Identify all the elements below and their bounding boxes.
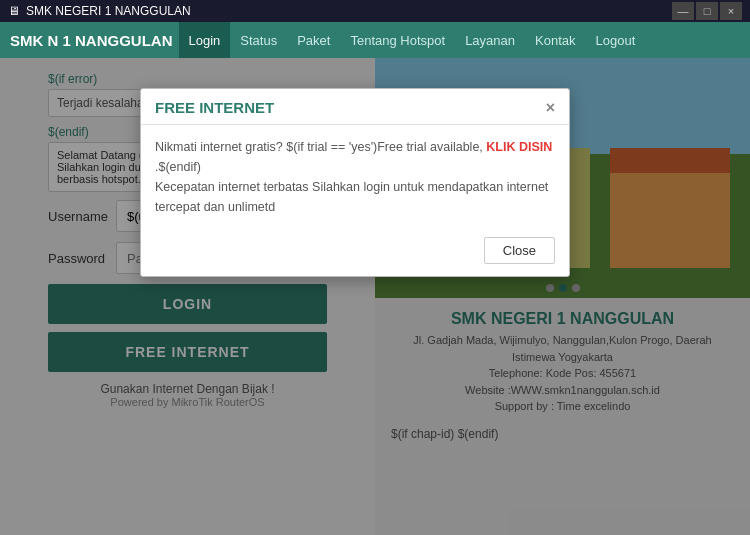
nav-layanan[interactable]: Layanan <box>455 22 525 58</box>
window-title-bar: 🖥 SMK NEGERI 1 NANGGULAN — □ × <box>0 0 750 22</box>
maximize-button[interactable]: □ <box>696 2 718 20</box>
modal-link[interactable]: KLIK DISIN <box>486 140 552 154</box>
nav-status[interactable]: Status <box>230 22 287 58</box>
modal-header: FREE INTERNET × <box>141 89 569 125</box>
modal-close-button[interactable]: Close <box>484 237 555 264</box>
window-controls[interactable]: — □ × <box>672 2 742 20</box>
nav-tentang[interactable]: Tentang Hotspot <box>340 22 455 58</box>
modal-body: Nikmati internet gratis? $(if trial == '… <box>141 125 569 231</box>
nav-logout[interactable]: Logout <box>586 22 646 58</box>
window-icon: 🖥 <box>8 4 20 18</box>
modal-title: FREE INTERNET <box>155 99 274 116</box>
navbar: SMK N 1 NANGGULAN Login Status Paket Ten… <box>0 22 750 58</box>
modal-footer: Close <box>141 231 569 276</box>
close-window-button[interactable]: × <box>720 2 742 20</box>
minimize-button[interactable]: — <box>672 2 694 20</box>
nav-login[interactable]: Login <box>179 22 231 58</box>
window-title-text: SMK NEGERI 1 NANGGULAN <box>26 4 191 18</box>
modal-body-text: Nikmati internet gratis? $(if trial == '… <box>155 137 555 217</box>
nav-paket[interactable]: Paket <box>287 22 340 58</box>
window-title-left: 🖥 SMK NEGERI 1 NANGGULAN <box>8 4 191 18</box>
modal-body-line1: Nikmati internet gratis? $(if trial == '… <box>155 140 486 154</box>
modal-overlay: FREE INTERNET × Nikmati internet gratis?… <box>0 58 750 535</box>
brand-name: SMK N 1 NANGGULAN <box>10 32 173 49</box>
main-content: $(if error) Terjadi kesalahan: b $(endif… <box>0 58 750 535</box>
modal-close-x-button[interactable]: × <box>546 100 555 116</box>
nav-kontak[interactable]: Kontak <box>525 22 585 58</box>
modal-body-end: .$(endif) <box>155 160 201 174</box>
modal-body-line2: Kecepatan internet terbatas Silahkan log… <box>155 180 548 214</box>
modal-dialog: FREE INTERNET × Nikmati internet gratis?… <box>140 88 570 277</box>
